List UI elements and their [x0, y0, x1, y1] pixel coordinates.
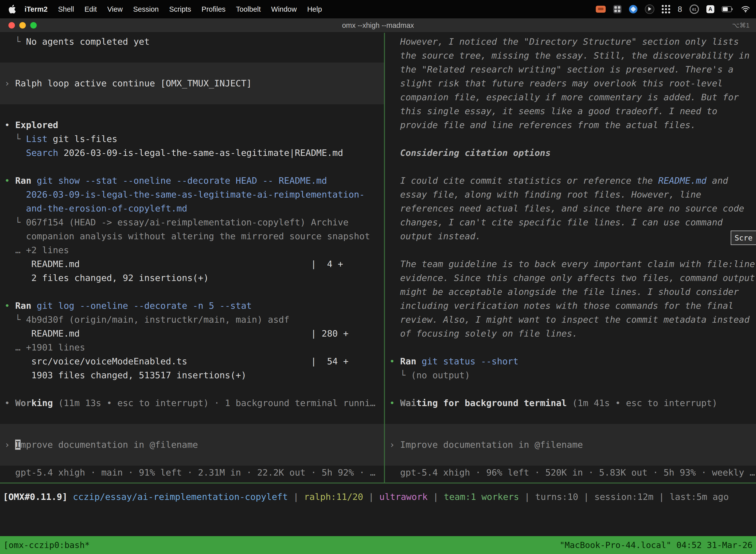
apps-grid-icon[interactable] — [662, 5, 670, 13]
text-segment: 1903 files changed, 513517 insertions(+) — [4, 370, 246, 380]
window-grid-icon[interactable] — [613, 5, 622, 13]
terminal-line: └ 4b9d30f (origin/main, instructkr/main,… — [4, 313, 384, 327]
terminal-line: companion file, especially if more comme… — [389, 90, 756, 104]
text-segment: the "Related research writing" section i… — [389, 64, 734, 74]
window-shortcut-hint: ⌥⌘1 — [732, 21, 750, 29]
terminal-line: Search 2026-03-09-is-legal-the-same-as-l… — [4, 146, 384, 160]
text-segment: Ran — [15, 300, 31, 311]
terminal-line: • Explored — [4, 118, 384, 132]
terminal-line: … +2 lines — [4, 243, 384, 257]
battery-fill — [723, 7, 728, 11]
screen-recording-icon[interactable] — [596, 6, 606, 13]
text-segment: Search — [26, 148, 58, 158]
menu-item-view[interactable]: View — [102, 5, 128, 13]
terminal-line: essay file, along with finding root file… — [389, 188, 756, 202]
text-segment: team:1 workers — [444, 492, 519, 502]
text-segment: I could cite commit statistics or refere… — [389, 175, 658, 186]
menu-item-toolbelt[interactable]: Toolbelt — [231, 5, 266, 13]
keypad-8-icon[interactable]: 8 — [678, 5, 682, 14]
terminal-line — [4, 104, 384, 118]
text-segment: essay file, along with finding root file… — [389, 189, 701, 200]
text-segment: 4b9d30f (origin/main, instructkr/main, m… — [26, 315, 290, 325]
menu-item-window[interactable]: Window — [266, 5, 302, 13]
terminal-line: gpt-5.4 xhigh · main · 91% left · 2.31M … — [4, 466, 384, 480]
battery-icon[interactable] — [722, 6, 734, 12]
battery-ring-icon[interactable]: 61 — [690, 4, 699, 14]
terminal-line: review. Also, I might want to inspect th… — [389, 313, 756, 327]
text-segment: • — [4, 120, 15, 130]
text-segment: Considering citation options — [389, 148, 551, 158]
text-segment: | — [363, 492, 379, 502]
menu-item-help[interactable]: Help — [302, 5, 327, 13]
terminal-line: 2 files changed, 92 insertions(+) — [4, 271, 384, 285]
text-segment: I — [15, 440, 20, 450]
text-segment: ultrawork — [379, 492, 428, 502]
menu-item-profiles[interactable]: Profiles — [196, 5, 231, 13]
left-pane[interactable]: └ No agents completed yet› Ralph loop ac… — [0, 33, 384, 483]
menu-item-edit[interactable]: Edit — [79, 5, 102, 13]
window-title-bar[interactable]: omx --xhigh --madmax ⌥⌘1 — [0, 18, 756, 33]
traffic-lights — [8, 18, 37, 32]
minimize-button[interactable] — [19, 22, 26, 29]
shortcuts-icon[interactable] — [629, 5, 637, 13]
terminal-line — [389, 382, 756, 396]
prompt-input-box[interactable]: › Improve documentation in @filename — [385, 424, 756, 466]
terminal-line: Considering citation options — [389, 146, 756, 160]
terminal-line: › Improve documentation in @filename — [389, 438, 756, 452]
battery-tip — [732, 8, 733, 10]
text-segment: README.md | 4 + — [4, 259, 343, 269]
terminal-area: └ No agents completed yet› Ralph loop ac… — [0, 33, 756, 483]
wifi-icon[interactable] — [741, 6, 750, 13]
text-segment: 2026-03-09-is-legal-the-same-as-legitima… — [58, 148, 343, 158]
menu-item-session[interactable]: Session — [128, 5, 164, 13]
text-segment: session:12m — [594, 492, 653, 502]
terminal-line: • Waiting for background terminal (1m 41… — [389, 396, 756, 410]
text-segment: • — [4, 175, 15, 186]
text-segment — [31, 300, 37, 311]
terminal-line: slight risk that future readers may over… — [389, 76, 756, 90]
text-segment: evidence. Since this change only affects… — [389, 273, 755, 283]
fullscreen-button[interactable] — [30, 22, 37, 29]
apple-menu-icon[interactable] — [8, 5, 16, 14]
text-segment: | — [578, 492, 594, 502]
menu-item-scripts[interactable]: Scripts — [164, 5, 196, 13]
terminal-line: • Working (11m 13s • esc to interrupt) ·… — [4, 396, 384, 410]
edge-tooltip: Scre — [731, 231, 756, 245]
terminal-line: However, I noticed the "Directory Struct… — [389, 35, 756, 49]
terminal-line: and-the-erosion-of-copyleft.md — [4, 202, 384, 215]
terminal-line: README.md | 4 + — [4, 257, 384, 271]
text-segment: this single essay, it seems like a good … — [389, 106, 717, 116]
text-segment: └ — [4, 217, 26, 227]
tooltip-text: Scre — [735, 233, 753, 242]
text-segment: | — [288, 492, 304, 502]
text-segment: last:5m ago — [670, 492, 729, 502]
menu-item-shell[interactable]: Shell — [53, 5, 79, 13]
terminal-line: … +1901 lines — [4, 340, 384, 354]
tmux-session-window[interactable]: [omx-cczip0:bash* — [3, 540, 90, 550]
text-segment: Wai — [400, 398, 416, 408]
omx-status-line: [OMX#0.11.9] cczip/essay/ai-reimplementa… — [0, 484, 756, 504]
player-icon[interactable] — [645, 4, 654, 14]
text-segment: 2 files changed, 92 insertions(+) — [4, 273, 209, 283]
text-segment: companion file, especially if more comme… — [389, 92, 739, 102]
menu-item-iterm2[interactable]: iTerm2 — [19, 5, 53, 13]
terminal-line: the source tree, missing the essay. Stil… — [389, 49, 756, 63]
text-segment: Ralph loop active continue [OMX_TMUX_INJ… — [15, 78, 252, 88]
text-segment: the source tree, missing the essay. Stil… — [389, 50, 750, 61]
text-segment: | — [653, 492, 670, 502]
prompt-input-box[interactable]: › Improve documentation in @filename — [0, 424, 384, 466]
close-button[interactable] — [8, 22, 15, 29]
text-segment: git log --oneline --decorate -n 5 --stat — [37, 300, 252, 311]
terminal-line: including verification notes with those … — [389, 299, 756, 313]
terminal-line — [389, 132, 756, 146]
terminal-line: └ List git ls-files — [4, 132, 384, 146]
text-segment: … +1901 lines — [4, 342, 85, 352]
text-segment: turns:10 — [535, 492, 578, 502]
text-segment: › — [4, 440, 15, 450]
input-source-icon[interactable]: A — [706, 5, 714, 13]
text-segment: provide file and line references from th… — [389, 120, 696, 130]
terminal-line: The team guideline is to back every impo… — [389, 257, 756, 271]
right-pane[interactable]: However, I noticed the "Directory Struct… — [385, 33, 756, 483]
tmux-status-bar: [omx-cczip0:bash* "MacBook-Pro-44.local"… — [0, 536, 756, 554]
text-segment: README.md — [658, 175, 707, 186]
